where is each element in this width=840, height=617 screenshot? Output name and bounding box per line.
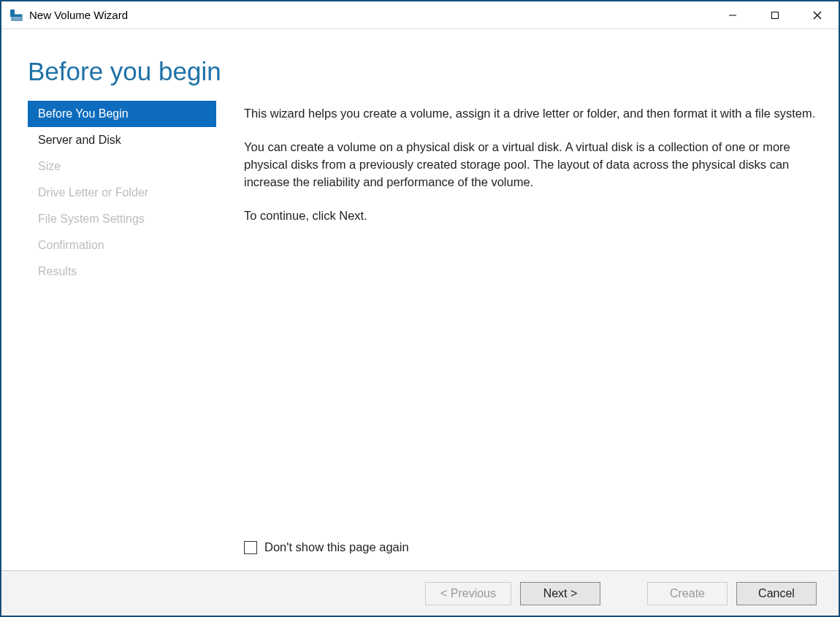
header-section: Before you begin (1, 29, 839, 101)
step-size: Size (28, 153, 216, 180)
intro-paragraph-1: This wizard helps you create a volume, a… (244, 105, 820, 123)
intro-paragraph-2: You can create a volume on a physical di… (244, 139, 820, 191)
wizard-body: Before you begin Before You Begin Server… (1, 29, 839, 616)
svg-rect-4 (772, 12, 779, 18)
step-before-you-begin[interactable]: Before You Begin (28, 101, 216, 127)
window-title: New Volume Wizard (29, 9, 711, 21)
step-file-system: File System Settings (28, 206, 216, 232)
svg-rect-2 (12, 15, 22, 17)
page-heading: Before you begin (28, 57, 812, 86)
step-results: Results (28, 258, 216, 285)
main-column: This wizard helps you create a volume, a… (216, 101, 820, 570)
steps-list: Before You Begin Server and Disk Size Dr… (28, 101, 216, 285)
step-drive-letter: Drive Letter or Folder (28, 180, 216, 206)
content-row: Before You Begin Server and Disk Size Dr… (1, 101, 839, 570)
minimize-button[interactable] (711, 1, 754, 29)
next-button[interactable]: Next > (520, 582, 600, 605)
footer-bar: < Previous Next > Create Cancel (1, 570, 839, 616)
maximize-button[interactable] (754, 1, 796, 29)
cancel-button[interactable]: Cancel (736, 582, 817, 605)
intro-paragraph-3: To continue, click Next. (244, 207, 820, 225)
previous-button: < Previous (425, 582, 511, 605)
wizard-window: New Volume Wizard Before you begin Befor… (0, 0, 840, 617)
window-controls (711, 1, 839, 29)
skip-label: Don't show this page again (264, 540, 409, 554)
step-confirmation: Confirmation (28, 232, 216, 258)
titlebar: New Volume Wizard (1, 1, 839, 29)
intro-text: This wizard helps you create a volume, a… (244, 105, 820, 225)
skip-row: Don't show this page again (244, 540, 820, 570)
step-server-and-disk[interactable]: Server and Disk (28, 127, 216, 153)
steps-sidebar: Before You Begin Server and Disk Size Dr… (28, 101, 216, 570)
create-button: Create (647, 582, 728, 605)
close-button[interactable] (796, 1, 839, 29)
app-icon (9, 8, 23, 23)
skip-checkbox[interactable] (244, 541, 257, 554)
